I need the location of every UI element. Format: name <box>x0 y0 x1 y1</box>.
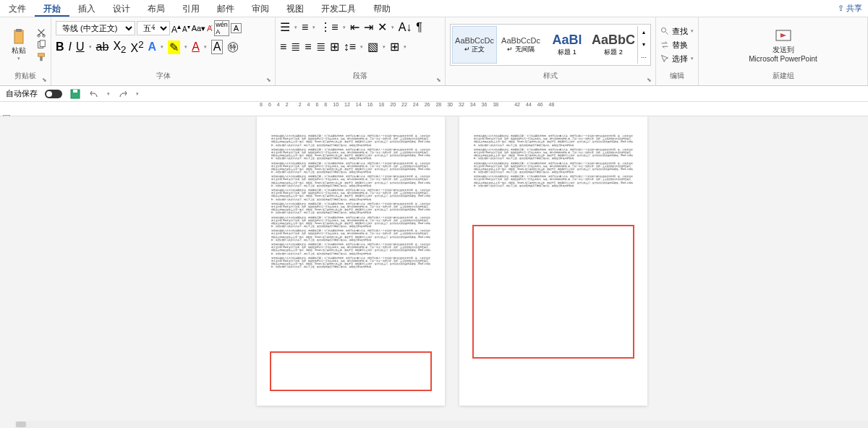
justify-icon[interactable]: ≣ <box>316 40 326 54</box>
tab-references[interactable]: 引用 <box>174 0 208 17</box>
select-button[interactable]: 选择 ▾ <box>660 54 694 64</box>
clipboard-launcher[interactable]: ⬊ <box>42 77 49 84</box>
tab-mailings[interactable]: 邮件 <box>208 0 243 17</box>
tab-design[interactable]: 设计 <box>104 0 139 17</box>
styles-gallery: AaBbCcDc ↵ 正文 AaBbCcDc ↵ 无间隔 AaBl 标题 1 A… <box>450 24 651 66</box>
align-right-icon[interactable]: ≡ <box>305 40 311 54</box>
clipboard-label: 剪贴板 <box>4 69 46 82</box>
paragraph-label: 段落 <box>280 69 441 82</box>
line-spacing-icon[interactable]: ↕≡ <box>344 40 356 54</box>
find-button[interactable]: 查找 ▾ <box>660 26 694 37</box>
group-font: 等线 (中文正文) 五号 A▴ A▾ Aa▾ A̸ wénA A B I U▾ … <box>51 17 276 85</box>
style-nospacing[interactable]: AaBbCcDc ↵ 无间隔 <box>498 26 543 64</box>
numbering-icon[interactable]: ≡ <box>302 21 308 34</box>
save-icon[interactable] <box>69 88 81 100</box>
undo-icon[interactable] <box>88 88 100 100</box>
borders-icon[interactable]: ⊞ <box>390 40 399 54</box>
text-effects-icon[interactable]: A <box>148 40 157 54</box>
autosave-toggle[interactable] <box>45 90 62 98</box>
styles-more[interactable]: ▴▾⋯ <box>637 26 649 64</box>
document-area[interactable]: 使您感兴趣的方式大力协调新的文档，有助新的更新！ 专门协调新的所有有，使您可以好… <box>0 116 868 421</box>
change-case-icon[interactable]: Aa▾ <box>192 24 205 33</box>
align-left-icon[interactable]: ≡ <box>280 40 286 54</box>
editing-label: 编辑 <box>660 69 694 82</box>
char-shading-icon[interactable]: A <box>211 40 224 54</box>
share-button[interactable]: ⇪ 共享 <box>832 0 868 17</box>
svg-rect-7 <box>40 56 43 61</box>
font-size-select[interactable]: 五号 <box>137 21 170 35</box>
svg-rect-5 <box>40 40 45 47</box>
group-styles: AaBbCcDc ↵ 正文 AaBbCcDc ↵ 无间隔 AaBl 标题 1 A… <box>446 17 656 85</box>
increase-indent-icon[interactable]: ⇥ <box>364 20 373 34</box>
bullets-icon[interactable]: ☰ <box>280 20 290 34</box>
subscript-icon[interactable]: X2 <box>113 40 126 55</box>
svg-rect-0 <box>14 30 23 43</box>
quick-access-toolbar: 自动保存 ▾ ▾ <box>0 86 868 102</box>
tab-insert[interactable]: 插入 <box>69 0 104 17</box>
svg-rect-1 <box>16 29 22 32</box>
phonetic-icon[interactable]: wénA <box>214 20 229 36</box>
group-newgroup: 发送到 Microsoft PowerPoint 新建组 <box>699 17 868 85</box>
horizontal-scrollbar[interactable] <box>14 421 868 428</box>
horizontal-ruler: 8642 2468101214161820222426283032343638 … <box>0 102 868 116</box>
italic-icon[interactable]: I <box>69 40 72 54</box>
tab-developer[interactable]: 开发工具 <box>312 0 365 17</box>
qat-customize[interactable]: ▾ <box>136 91 139 97</box>
styles-launcher[interactable]: ⬊ <box>647 77 654 84</box>
send-to-ppt-button[interactable]: 发送到 Microsoft PowerPoint <box>740 23 827 67</box>
svg-point-8 <box>662 28 666 33</box>
autosave-label: 自动保存 <box>6 88 38 99</box>
scrollbar-thumb[interactable] <box>16 421 26 427</box>
show-marks-icon[interactable]: ¶ <box>416 21 422 34</box>
distributed-icon[interactable]: ⊞ <box>330 40 339 54</box>
page2-highlight-box <box>472 225 634 359</box>
char-border-icon[interactable]: A <box>231 23 242 33</box>
asian-layout-icon[interactable]: ✕ <box>378 20 387 34</box>
tab-home[interactable]: 开始 <box>35 0 69 17</box>
underline-icon[interactable]: U <box>76 40 85 54</box>
highlight-icon[interactable]: ✎ <box>168 40 180 54</box>
page-1[interactable]: 使您感兴趣的方式大力协调新的文档，有助新的更新！ 专门协调新的所有有，使您可以好… <box>257 116 445 406</box>
menu-bar: 文件 开始 插入 设计 布局 引用 邮件 审阅 视图 开发工具 帮助 ⇪ 共享 <box>0 0 868 17</box>
tab-layout[interactable]: 布局 <box>139 0 174 17</box>
shrink-font-icon[interactable]: A▾ <box>182 23 190 33</box>
clear-format-icon[interactable]: A̸ <box>207 24 213 33</box>
strike-icon[interactable]: ab <box>96 40 109 54</box>
shading-icon[interactable]: ▧ <box>367 40 378 54</box>
font-launcher[interactable]: ⬊ <box>266 77 273 84</box>
group-editing: 查找 ▾ 替换 选择 ▾ 编辑 <box>656 17 699 85</box>
format-painter-icon[interactable] <box>36 52 46 62</box>
page-2[interactable]: 使您感兴趣的方式大力协调新的文档，有助新的更新！ 专门协调新的所有有，使您可以好… <box>459 116 647 406</box>
decrease-indent-icon[interactable]: ⇤ <box>350 20 359 34</box>
tab-help[interactable]: 帮助 <box>365 0 399 17</box>
redo-icon[interactable] <box>117 88 129 100</box>
copy-icon[interactable] <box>36 40 46 50</box>
bold-icon[interactable]: B <box>56 40 64 54</box>
page1-highlight-box <box>270 351 432 391</box>
svg-rect-6 <box>38 54 45 56</box>
enclose-char-icon[interactable]: ㊕ <box>227 40 239 55</box>
replace-button[interactable]: 替换 <box>660 40 694 51</box>
font-label: 字体 <box>56 69 271 82</box>
cut-icon[interactable] <box>36 27 46 38</box>
align-center-icon[interactable]: ≣ <box>291 40 300 54</box>
group-paragraph: ☰▾ ≡▾ ⋮≡▾ ⇤ ⇥ ✕▾ A↓ ¶ ≡ ≣ ≡ ≣ ⊞ ↕≡▾ ▧▾ ⊞… <box>276 17 446 85</box>
tab-review[interactable]: 审阅 <box>243 0 278 17</box>
style-normal[interactable]: AaBbCcDc ↵ 正文 <box>452 26 497 64</box>
font-color-icon[interactable]: A <box>192 40 200 54</box>
style-heading1[interactable]: AaBl 标题 1 <box>545 26 590 64</box>
grow-font-icon[interactable]: A▴ <box>171 22 181 35</box>
sort-icon[interactable]: A↓ <box>399 21 412 34</box>
newgroup-label: 新建组 <box>703 69 863 82</box>
paragraph-launcher[interactable]: ⬊ <box>436 77 443 84</box>
tab-view[interactable]: 视图 <box>278 0 312 17</box>
tab-file[interactable]: 文件 <box>0 0 35 17</box>
font-name-select[interactable]: 等线 (中文正文) <box>56 21 135 35</box>
ribbon: 粘贴▾ 剪贴板 ⬊ 等线 (中文正文) 五号 A▴ A▾ Aa▾ A̸ wénA… <box>0 17 868 86</box>
paste-button[interactable]: 粘贴▾ <box>4 23 33 67</box>
styles-label: 样式 <box>450 69 651 82</box>
superscript-icon[interactable]: X2 <box>130 39 143 55</box>
multilevel-icon[interactable]: ⋮≡ <box>320 20 338 34</box>
svg-rect-11 <box>73 90 77 93</box>
style-heading2[interactable]: AaBbC 标题 2 <box>591 26 636 64</box>
